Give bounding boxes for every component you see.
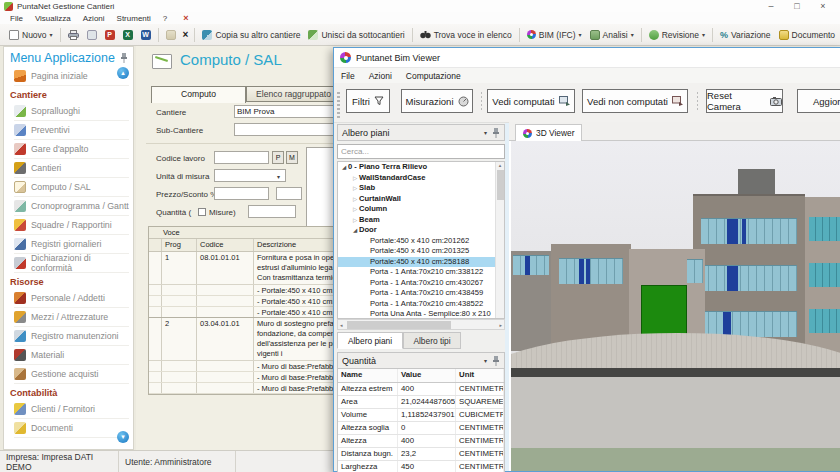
sidebar-item-computo-sal[interactable]: Computo / SAL	[14, 178, 129, 197]
tree-item[interactable]: ◢Door	[338, 225, 504, 236]
revisione-button[interactable]: Revisione ▾	[645, 28, 709, 42]
vedi-computati-button[interactable]: Vedi computati	[487, 89, 575, 113]
viewer-menu-azioni[interactable]: Azioni	[362, 71, 399, 81]
viewer-menu-computazione[interactable]: Computazione	[399, 71, 468, 81]
quantita-header[interactable]: Quantità ▾	[337, 352, 505, 369]
chevron-down-icon[interactable]: ▾	[484, 357, 487, 364]
quantity-row[interactable]: Volume1,11852437901CUBICMETRE	[338, 409, 504, 422]
tree-expander-icon[interactable]: ▷	[351, 173, 359, 184]
menu-strumenti[interactable]: Strumenti	[111, 14, 157, 23]
tab-albero-piani[interactable]: Albero piani	[337, 332, 403, 349]
scroll-up-icon[interactable]: ▴	[117, 67, 129, 79]
reset-camera-button[interactable]: Reset Camera	[706, 89, 783, 113]
col-prog[interactable]: Prog	[162, 239, 197, 251]
minimize-icon[interactable]: –	[758, 0, 784, 12]
scroll-right-arrow-icon[interactable]: ▸	[499, 321, 502, 330]
sidebar-item-personale[interactable]: Personale / Addetti	[14, 289, 129, 308]
menu-help[interactable]: ?	[157, 14, 173, 23]
codice-lavoro-input[interactable]	[214, 151, 269, 164]
col-name[interactable]: Name	[338, 369, 398, 382]
tree-vertical-scrollbar[interactable]: ▴	[495, 162, 504, 318]
pin-icon[interactable]	[120, 53, 128, 63]
tree-item[interactable]: ▷Slab	[338, 183, 504, 194]
scroll-left-arrow-icon[interactable]: ◂	[340, 321, 343, 330]
copia-cantiere-button[interactable]: Copia su altro cantiere	[198, 28, 304, 42]
pin-icon[interactable]	[492, 356, 500, 366]
quantity-row[interactable]: Area21,02444876056SQUAREMETRE	[338, 396, 504, 409]
prezzo-input[interactable]	[214, 187, 269, 200]
tree-expander-icon[interactable]: ▷	[351, 215, 359, 226]
m-button[interactable]: M	[286, 151, 298, 164]
variazione-button[interactable]: % Variazione	[716, 28, 775, 42]
tree-item[interactable]: ▷Beam	[338, 215, 504, 226]
sidebar-item-dichiarazioni[interactable]: Dichiarazioni di conformità	[14, 254, 129, 273]
tree-item[interactable]: Porta - 1 Anta:70x210 cm:438522	[338, 299, 504, 310]
menu-file[interactable]: File	[4, 14, 29, 23]
3d-viewport[interactable]	[509, 141, 840, 471]
export-pdf-button[interactable]: P	[101, 28, 119, 42]
col-value[interactable]: Value	[398, 369, 456, 382]
documento-button[interactable]: Documento	[775, 28, 839, 42]
tree-expander-icon[interactable]: ▷	[351, 194, 359, 205]
misure-checkbox[interactable]	[198, 208, 206, 216]
tree-item[interactable]: Porta - 1 Anta:70x210 cm:438459	[338, 288, 504, 299]
sidebar-item-materiali[interactable]: Materiali	[14, 346, 129, 365]
sidebar-item-preventivi[interactable]: Preventivi	[14, 121, 129, 140]
nuovo-button[interactable]: Nuovo ▾	[5, 28, 57, 42]
albero-piani-header[interactable]: Albero piani ▾	[337, 124, 505, 141]
print-preview-button[interactable]	[83, 28, 101, 42]
tree-expander-icon[interactable]: ◢	[351, 225, 359, 236]
sidebar-item-sopralluoghi[interactable]: Sopralluoghi	[14, 102, 129, 121]
delete-button[interactable]: ×	[180, 29, 192, 40]
tree-expander-icon[interactable]: ▷	[351, 183, 359, 194]
sidebar-item-squadre[interactable]: Squadre / Rapportini	[14, 216, 129, 235]
chevron-down-icon[interactable]: ▾	[484, 129, 487, 136]
toolbar-gripper[interactable]	[337, 92, 340, 118]
misurazioni-button[interactable]: Misurazioni	[401, 89, 473, 113]
close-icon[interactable]: ×	[810, 0, 836, 12]
tree-expander-icon[interactable]: ▷	[351, 204, 359, 215]
sidebar-item-cantieri[interactable]: Cantieri	[14, 159, 129, 178]
open-button[interactable]	[162, 28, 180, 42]
export-excel-button[interactable]: X	[119, 28, 137, 42]
col-codice[interactable]: Codice	[197, 239, 254, 251]
quantity-row[interactable]: Altezza estrem400CENTIMETRE	[338, 383, 504, 396]
tree-item[interactable]: ◢0 - Piano Terra Rilievo	[338, 162, 504, 173]
tree-item[interactable]: Porta Una Anta - Semplice:80 x 210	[338, 309, 504, 319]
close-red-x-icon[interactable]: ×	[183, 13, 188, 23]
maximize-icon[interactable]: □	[784, 0, 810, 12]
scrollbar-thumb[interactable]	[497, 170, 504, 200]
export-word-button[interactable]: W	[137, 28, 155, 42]
filtri-button[interactable]: Filtri	[346, 89, 390, 113]
sconto-input[interactable]	[276, 187, 302, 200]
quantity-row[interactable]: Larghezza450CENTIMETRE	[338, 461, 504, 472]
3d-selected-door[interactable]	[641, 285, 687, 337]
viewer-menu-file[interactable]: File	[334, 71, 362, 81]
tree-item[interactable]: Porta - 1 Anta:70x210 cm:338122	[338, 267, 504, 278]
tree-expander-icon[interactable]: ◢	[340, 162, 348, 173]
sidebar-item-manutenzioni[interactable]: Registro manutenzioni	[14, 327, 129, 346]
col-unit[interactable]: Unit	[456, 369, 504, 382]
tab-albero-tipi[interactable]: Albero tipi	[403, 332, 461, 349]
scroll-down-icon[interactable]: ▾	[117, 431, 129, 443]
trova-voce-button[interactable]: Trova voce in elenco	[416, 28, 516, 42]
quantita-input[interactable]	[248, 205, 296, 218]
tab-computo[interactable]: Computo	[151, 86, 246, 103]
tree-item[interactable]: ▷Column	[338, 204, 504, 215]
tree-item[interactable]: ▷WallStandardCase	[338, 173, 504, 184]
unisci-button[interactable]: Unisci da sottocantieri	[304, 28, 408, 42]
tree-item[interactable]: ▷CurtainWall	[338, 194, 504, 205]
scrollbar-thumb[interactable]	[347, 321, 451, 329]
sidebar-item-acquisti[interactable]: Gestione acquisti	[14, 365, 129, 384]
menu-azioni[interactable]: Azioni	[77, 14, 111, 23]
sidebar-item-clienti[interactable]: Clienti / Fornitori	[14, 400, 129, 419]
tree-item[interactable]: Portale:450 x 410 cm:201325	[338, 246, 504, 257]
sidebar-item-gare-appalto[interactable]: Gare d'appalto	[14, 140, 129, 159]
tree-item[interactable]: Portale:450 x 410 cm:201262	[338, 236, 504, 247]
tree-item[interactable]: Porta - 1 Anta:70x210 cm:430267	[338, 278, 504, 289]
bim-ifc-button[interactable]: BIM (IFC) ▾	[523, 28, 586, 42]
sidebar-item-mezzi[interactable]: Mezzi / Attrezzature	[14, 308, 129, 327]
analisi-button[interactable]: Analisi ▾	[586, 28, 638, 42]
vedi-non-computati-button[interactable]: Vedi non computati	[582, 89, 688, 113]
unita-misura-select[interactable]	[214, 169, 286, 182]
